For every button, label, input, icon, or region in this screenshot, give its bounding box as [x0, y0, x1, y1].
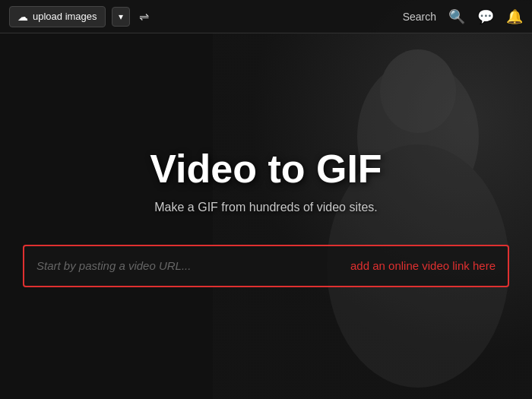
search-icon[interactable]: 🔍 [448, 8, 465, 25]
page-subtitle: Make a GIF from hundreds of video sites. [154, 201, 377, 214]
url-input-hint: add an online video link here [350, 259, 496, 272]
nav-left: ☁ upload images ▾ ⇌ [9, 6, 149, 27]
page-title: Video to GIF [150, 146, 382, 192]
chevron-down-icon: ▾ [119, 11, 123, 22]
video-url-input[interactable] [36, 259, 343, 272]
upload-button-label: upload images [33, 11, 97, 22]
upload-dropdown-button[interactable]: ▾ [112, 7, 130, 27]
upload-button[interactable]: ☁ upload images [9, 6, 106, 27]
url-input-wrapper: add an online video link here [24, 246, 508, 286]
main-content: Video to GIF Make a GIF from hundreds of… [0, 33, 532, 399]
nav-right: Search 🔍 💬 🔔 [403, 8, 523, 25]
cloud-upload-icon: ☁ [17, 11, 28, 23]
url-input-container: add an online video link here [23, 245, 509, 287]
bell-icon[interactable]: 🔔 [506, 8, 523, 25]
search-label: Search [403, 11, 436, 23]
shuffle-icon[interactable]: ⇌ [139, 9, 149, 24]
chat-icon[interactable]: 💬 [477, 8, 494, 25]
navbar: ☁ upload images ▾ ⇌ Search 🔍 💬 🔔 [0, 0, 532, 33]
